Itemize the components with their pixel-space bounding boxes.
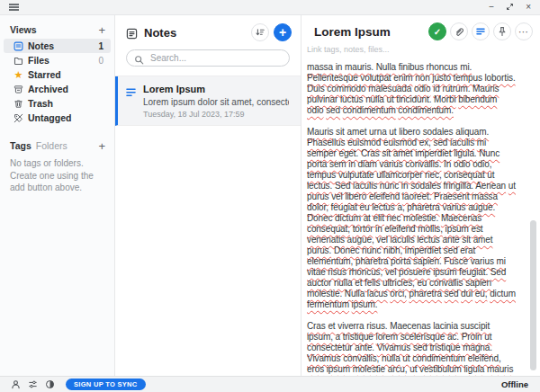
sidebar-item-notes[interactable]: Notes 1 bbox=[4, 39, 111, 53]
settings-button[interactable] bbox=[28, 379, 38, 389]
more-icon: ⋯ bbox=[518, 28, 529, 35]
new-note-button[interactable]: + bbox=[274, 23, 292, 41]
saved-indicator[interactable]: ✓ bbox=[428, 22, 446, 40]
note-paragraph[interactable]: Cras et viverra risus. Maecenas lacinia … bbox=[307, 321, 516, 376]
toolbar-toggle-button[interactable] bbox=[472, 22, 490, 40]
views-label: Views bbox=[10, 24, 37, 35]
paperclip-icon bbox=[454, 26, 464, 37]
sidebar-item-label: Notes bbox=[28, 40, 54, 51]
sidebar-item-label: Untagged bbox=[28, 112, 71, 123]
note-paragraph[interactable]: massa in mauris. Nulla finibus rhoncus m… bbox=[307, 62, 516, 116]
files-count-badge: 0 bbox=[98, 56, 104, 66]
note-text-icon bbox=[126, 85, 138, 119]
sidebar-item-starred[interactable]: ★ Starred bbox=[4, 67, 111, 82]
notes-icon bbox=[14, 41, 23, 51]
link-tags-field[interactable]: Link tags, notes, files... bbox=[302, 40, 540, 54]
notes-panel-actions: + bbox=[251, 23, 292, 41]
sidebar-item-label: Trash bbox=[28, 98, 53, 109]
tab-tags[interactable]: Tags bbox=[10, 140, 32, 151]
window-controls: − × bbox=[489, 3, 531, 13]
hamburger-menu-icon[interactable] bbox=[9, 4, 19, 10]
search-icon bbox=[134, 52, 144, 68]
plus-icon: + bbox=[279, 26, 286, 39]
notes-panel-header: Notes + bbox=[115, 15, 301, 48]
add-tag-button[interactable]: + bbox=[98, 141, 105, 151]
tab-folders[interactable]: Folders bbox=[36, 140, 68, 151]
tags-empty-message: No tags or folders. Create one using the… bbox=[0, 155, 114, 194]
align-lines-icon bbox=[475, 26, 486, 37]
star-icon: ★ bbox=[14, 70, 23, 80]
minimize-button[interactable]: − bbox=[489, 3, 494, 12]
note-paragraph[interactable]: Mauris sit amet urna ut libero sodales a… bbox=[307, 127, 516, 310]
sidebar-item-label: Archived bbox=[28, 84, 68, 94]
sidebar-item-label: Starred bbox=[28, 69, 61, 80]
sidebar-item-files[interactable]: Files 0 bbox=[4, 53, 111, 67]
note-item-title: Lorem Ipsum bbox=[143, 84, 289, 94]
editor-scrollbar[interactable] bbox=[530, 220, 536, 370]
note-title[interactable]: Lorem Ipsum bbox=[314, 25, 391, 39]
notes-panel-title: Notes bbox=[144, 26, 176, 40]
note-content[interactable]: massa in mauris. Nulla finibus rhoncus m… bbox=[302, 54, 540, 376]
theme-toggle-button[interactable] bbox=[45, 379, 55, 389]
titlebar: − × bbox=[0, 0, 540, 15]
tags-folders-header: Tags Folders + bbox=[0, 138, 114, 155]
add-view-button[interactable]: + bbox=[98, 25, 105, 35]
notes-count-badge: 1 bbox=[98, 41, 104, 51]
sidebar-item-trash[interactable]: Trash bbox=[4, 96, 111, 111]
archive-icon bbox=[14, 85, 23, 94]
close-button[interactable]: × bbox=[526, 3, 531, 12]
sign-up-to-sync-button[interactable]: SIGN UP TO SYNC bbox=[66, 379, 146, 390]
editor-toolbar: ✓ ⋯ bbox=[428, 22, 533, 40]
app-window: − × Views + Notes 1 bbox=[0, 0, 540, 392]
attachment-button[interactable] bbox=[450, 22, 468, 40]
note-list: Lorem Ipsum Lorem ipsum dolor sit amet, … bbox=[115, 76, 301, 126]
trash-icon bbox=[14, 99, 23, 109]
statusbar: SIGN UP TO SYNC Offline bbox=[0, 376, 540, 392]
sort-button[interactable] bbox=[251, 23, 269, 41]
maximize-icon bbox=[506, 3, 514, 11]
sidebar-item-label: Files bbox=[28, 55, 50, 66]
account-button[interactable] bbox=[11, 379, 21, 389]
more-options-button[interactable]: ⋯ bbox=[515, 22, 533, 40]
notes-list-panel: Notes + bbox=[115, 15, 302, 376]
pin-button[interactable] bbox=[493, 22, 511, 40]
theme-circle-icon bbox=[45, 379, 55, 389]
search-input[interactable] bbox=[126, 49, 290, 67]
check-icon: ✓ bbox=[434, 27, 441, 37]
sort-icon bbox=[255, 27, 266, 38]
views-header: Views + bbox=[0, 22, 114, 39]
editor-panel: Lorem Ipsum ✓ ⋯ bbox=[302, 15, 540, 376]
untagged-icon bbox=[14, 113, 23, 123]
sidebar: Views + Notes 1 Files 0 ★ Starred bbox=[0, 15, 115, 376]
main-area: Views + Notes 1 Files 0 ★ Starred bbox=[0, 15, 540, 376]
sidebar-item-archived[interactable]: Archived bbox=[4, 82, 111, 96]
editor-header: Lorem Ipsum ✓ ⋯ bbox=[302, 15, 540, 40]
pin-icon bbox=[497, 26, 508, 37]
sliders-icon bbox=[28, 379, 38, 389]
offline-status: Offline bbox=[501, 379, 528, 389]
folder-icon bbox=[14, 56, 23, 66]
search-bar bbox=[126, 49, 290, 67]
note-item-preview: Lorem ipsum dolor sit amet, consectetur … bbox=[143, 97, 289, 107]
note-item-date: Tuesday, 18 Jul 2023, 17:59 bbox=[143, 110, 289, 119]
note-list-item[interactable]: Lorem Ipsum Lorem ipsum dolor sit amet, … bbox=[115, 76, 301, 126]
note-item-body: Lorem Ipsum Lorem ipsum dolor sit amet, … bbox=[143, 84, 289, 119]
person-icon bbox=[11, 379, 21, 389]
sidebar-item-untagged[interactable]: Untagged bbox=[4, 111, 111, 125]
notes-panel-icon bbox=[126, 27, 138, 39]
maximize-button[interactable] bbox=[506, 3, 514, 13]
